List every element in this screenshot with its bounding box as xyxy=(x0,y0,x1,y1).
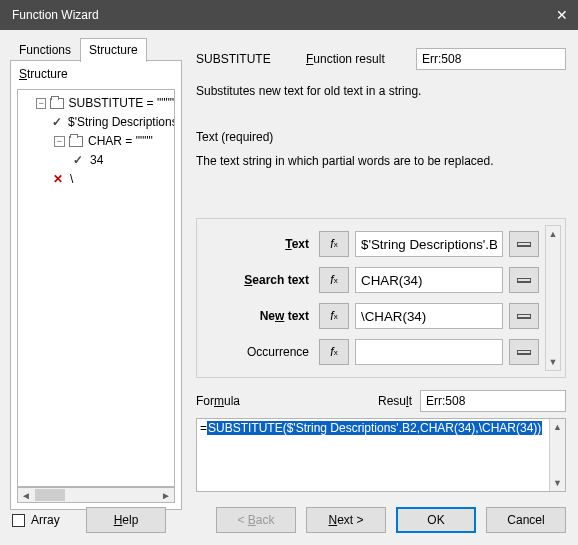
structure-tree[interactable]: − SUBSTITUTE = """" ✓ $'String Descripti… xyxy=(17,89,175,487)
param-input-text[interactable] xyxy=(355,231,503,257)
result-value: Err:508 xyxy=(420,390,566,412)
scroll-left-icon[interactable]: ◄ xyxy=(18,490,34,501)
param-input-occurrence[interactable] xyxy=(355,339,503,365)
shrink-button[interactable] xyxy=(509,231,539,257)
shrink-button[interactable] xyxy=(509,339,539,365)
fx-button[interactable]: fx xyxy=(319,339,349,365)
formula-text-selected: SUBSTITUTE($'String Descriptions'.B2,CHA… xyxy=(207,421,542,435)
shrink-icon xyxy=(517,278,531,283)
tree-node-err[interactable]: ✕ \ xyxy=(18,170,174,189)
structure-label: Structure xyxy=(19,67,68,81)
ok-button[interactable]: OK xyxy=(396,507,476,533)
next-button[interactable]: Next > xyxy=(306,507,386,533)
back-button[interactable]: < Back xyxy=(216,507,296,533)
folder-icon xyxy=(50,98,63,109)
window-title: Function Wizard xyxy=(12,8,99,22)
shrink-icon xyxy=(517,350,531,355)
param-row-occurrence: Occurrence fx xyxy=(207,339,555,365)
function-result-label: Function result xyxy=(306,52,416,66)
param-input-new[interactable] xyxy=(355,303,503,329)
formula-input[interactable]: =SUBSTITUTE($'String Descriptions'.B2,CH… xyxy=(196,418,566,492)
tree-node-substitute[interactable]: − SUBSTITUTE = """" xyxy=(18,94,174,113)
check-icon: ✓ xyxy=(52,113,62,132)
title-bar: Function Wizard ✕ xyxy=(0,0,578,30)
param-label-text: Text xyxy=(207,237,319,251)
tab-structure[interactable]: Structure xyxy=(80,38,147,62)
collapse-icon[interactable]: − xyxy=(36,98,46,109)
tree-node-34[interactable]: ✓ 34 xyxy=(18,151,174,170)
folder-icon xyxy=(69,136,83,147)
tree-node-arg1[interactable]: ✓ $'String Descriptions' xyxy=(18,113,174,132)
function-name: SUBSTITUTE xyxy=(196,52,306,66)
param-input-search[interactable] xyxy=(355,267,503,293)
params-vscrollbar[interactable]: ▲ ▼ xyxy=(545,225,561,371)
check-icon: ✓ xyxy=(72,151,84,170)
result-label: Result xyxy=(370,394,420,408)
shrink-icon xyxy=(517,314,531,319)
tab-functions[interactable]: Functions xyxy=(10,38,80,62)
right-area: SUBSTITUTE Function result Err:508 Subst… xyxy=(196,42,566,168)
shrink-button[interactable] xyxy=(509,267,539,293)
scroll-down-icon[interactable]: ▼ xyxy=(546,354,560,370)
array-label: Array xyxy=(31,513,60,527)
scroll-down-icon[interactable]: ▼ xyxy=(550,475,565,491)
param-row-text: Text fx xyxy=(207,231,555,257)
tree-hscrollbar[interactable]: ◄ ► xyxy=(17,487,175,503)
function-result-value: Err:508 xyxy=(416,48,566,70)
collapse-icon[interactable]: − xyxy=(54,136,65,147)
fx-button[interactable]: fx xyxy=(319,231,349,257)
tree-node-char[interactable]: − CHAR = """" xyxy=(18,132,174,151)
parameters-panel: Text fx Search text fx New text fx Occur… xyxy=(196,218,566,378)
scroll-thumb[interactable] xyxy=(35,489,65,501)
formula-area: Formula Result Err:508 =SUBSTITUTE($'Str… xyxy=(196,390,566,492)
formula-label: Formula xyxy=(196,394,256,408)
scroll-up-icon[interactable]: ▲ xyxy=(550,419,565,435)
shrink-icon xyxy=(517,242,531,247)
param-label-new: New text xyxy=(207,309,319,323)
shrink-button[interactable] xyxy=(509,303,539,329)
param-row-search: Search text fx xyxy=(207,267,555,293)
param-label-occurrence: Occurrence xyxy=(207,345,319,359)
x-icon: ✕ xyxy=(52,170,64,189)
close-icon[interactable]: ✕ xyxy=(556,7,568,23)
argument-name: Text (required) xyxy=(196,130,566,144)
tab-strip: Functions Structure xyxy=(10,38,147,62)
structure-panel: Structure − SUBSTITUTE = """" ✓ $'String… xyxy=(10,60,182,510)
param-row-new: New text fx xyxy=(207,303,555,329)
argument-description: The text string in which partial words a… xyxy=(196,154,566,168)
scroll-right-icon[interactable]: ► xyxy=(158,490,174,501)
fx-button[interactable]: fx xyxy=(319,303,349,329)
help-button[interactable]: Help xyxy=(86,507,166,533)
fx-button[interactable]: fx xyxy=(319,267,349,293)
array-checkbox[interactable] xyxy=(12,514,25,527)
function-description: Substitutes new text for old text in a s… xyxy=(196,84,566,98)
dialog-body: Functions Structure Structure − SUBSTITU… xyxy=(0,30,578,545)
cancel-button[interactable]: Cancel xyxy=(486,507,566,533)
scroll-up-icon[interactable]: ▲ xyxy=(546,226,560,242)
formula-eq: = xyxy=(200,421,207,435)
formula-vscrollbar[interactable]: ▲ ▼ xyxy=(549,419,565,491)
param-label-search: Search text xyxy=(207,273,319,287)
button-row: Array Help < Back Next > OK Cancel xyxy=(12,507,566,533)
